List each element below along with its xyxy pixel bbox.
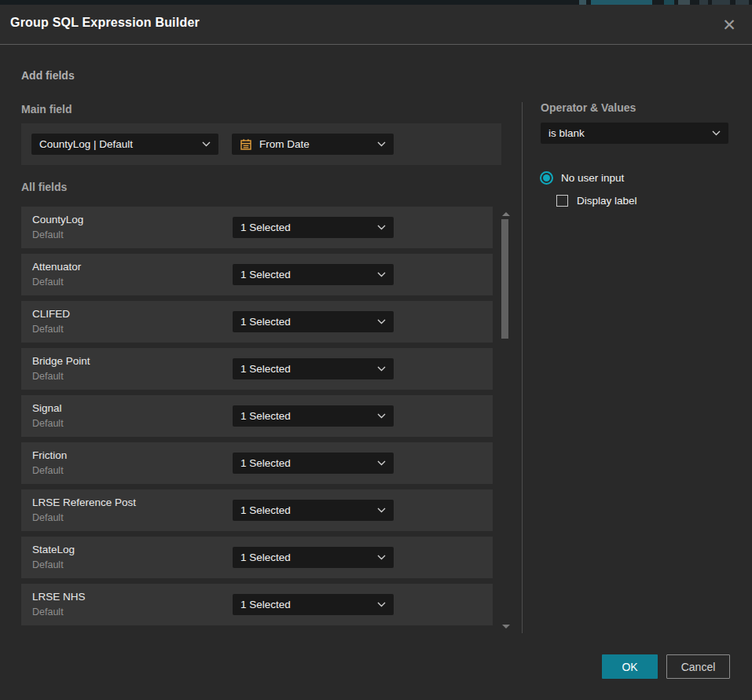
- panel-divider: [522, 102, 523, 633]
- field-selected-dropdown[interactable]: 1 Selected: [233, 405, 394, 427]
- field-selected-value: 1 Selected: [240, 269, 291, 280]
- chevron-down-icon: [377, 141, 386, 147]
- field-selected-value: 1 Selected: [240, 599, 291, 610]
- field-name: Signal: [32, 402, 62, 414]
- operator-select-dropdown[interactable]: is blank: [541, 123, 728, 144]
- field-selected-value: 1 Selected: [240, 504, 291, 516]
- scrollbar-down-icon[interactable]: [502, 625, 510, 629]
- no-user-input-label: No user input: [561, 172, 624, 184]
- group-sql-expression-builder-dialog: Group SQL Expression Builder ✕ Add field…: [0, 5, 752, 700]
- field-name: Attenuator: [32, 261, 81, 273]
- field-subtitle: Default: [32, 324, 64, 335]
- main-field-panel: CountyLog | Default From Date: [21, 123, 501, 165]
- dialog-title: Group SQL Expression Builder: [10, 16, 200, 30]
- chevron-down-icon: [377, 555, 386, 560]
- field-selected-dropdown[interactable]: 1 Selected: [233, 547, 394, 568]
- field-row: Friction Default 1 Selected: [21, 442, 493, 484]
- ok-button[interactable]: OK: [602, 654, 658, 679]
- field-subtitle: Default: [32, 559, 64, 570]
- field-name: LRSE Reference Post: [32, 497, 136, 508]
- field-row: LRSE NHS Default 1 Selected: [21, 584, 493, 625]
- field-selected-dropdown[interactable]: 1 Selected: [233, 594, 394, 615]
- field-name: CLIFED: [32, 308, 70, 320]
- chevron-down-icon: [712, 130, 721, 136]
- field-name: LRSE NHS: [32, 591, 86, 603]
- field-selected-dropdown[interactable]: 1 Selected: [233, 453, 394, 474]
- close-icon[interactable]: ✕: [717, 13, 741, 36]
- checkbox-unchecked-icon: [556, 195, 568, 207]
- field-subtitle: Default: [32, 229, 64, 240]
- field-row: CountyLog Default 1 Selected: [21, 207, 493, 248]
- calendar-date-icon: [240, 138, 252, 151]
- field-name: CountyLog: [32, 214, 83, 225]
- field-selected-dropdown[interactable]: 1 Selected: [233, 500, 394, 521]
- field-name: Bridge Point: [32, 355, 90, 367]
- all-fields-list: CountyLog Default 1 Selected Attenuator …: [21, 207, 493, 631]
- field-selected-value: 1 Selected: [240, 222, 291, 233]
- fields-list-scrollbar[interactable]: [500, 206, 512, 633]
- field-selected-value: 1 Selected: [240, 363, 291, 375]
- chevron-down-icon: [377, 413, 386, 419]
- chevron-down-icon: [377, 225, 386, 230]
- layer-select-value: CountyLog | Default: [39, 138, 133, 150]
- chevron-down-icon: [377, 602, 386, 607]
- chevron-down-icon: [377, 508, 386, 513]
- main-field-label: Main field: [21, 103, 72, 115]
- field-subtitle: Default: [32, 418, 64, 429]
- field-selected-dropdown[interactable]: 1 Selected: [233, 358, 394, 379]
- screen: Group SQL Expression Builder ✕ Add field…: [0, 0, 752, 700]
- field-row: Attenuator Default 1 Selected: [21, 254, 493, 295]
- display-label-checkbox[interactable]: Display label: [556, 195, 637, 207]
- field-row: StateLog Default 1 Selected: [21, 537, 493, 578]
- chevron-down-icon: [377, 460, 386, 466]
- field-row: Bridge Point Default 1 Selected: [21, 348, 493, 390]
- field-subtitle: Default: [32, 512, 64, 523]
- display-label-text: Display label: [577, 195, 637, 207]
- layer-select-dropdown[interactable]: CountyLog | Default: [31, 134, 218, 155]
- field-selected-value: 1 Selected: [240, 410, 291, 422]
- scrollbar-thumb[interactable]: [501, 219, 508, 339]
- chevron-down-icon: [377, 272, 386, 277]
- date-field-select-value: From Date: [259, 138, 310, 150]
- field-selected-value: 1 Selected: [240, 552, 291, 563]
- field-row: CLIFED Default 1 Selected: [21, 301, 493, 343]
- chevron-down-icon: [377, 319, 386, 324]
- field-subtitle: Default: [32, 277, 64, 288]
- cancel-button[interactable]: Cancel: [666, 654, 730, 679]
- field-selected-value: 1 Selected: [240, 316, 291, 328]
- chevron-down-icon: [377, 366, 386, 372]
- operator-select-value: is blank: [548, 127, 585, 139]
- field-subtitle: Default: [32, 465, 64, 476]
- field-subtitle: Default: [32, 371, 64, 382]
- dialog-header: Group SQL Expression Builder ✕: [0, 5, 752, 45]
- field-name: StateLog: [32, 544, 75, 555]
- field-selected-dropdown[interactable]: 1 Selected: [233, 311, 394, 332]
- field-selected-value: 1 Selected: [240, 457, 291, 469]
- field-name: Friction: [32, 449, 67, 461]
- field-selected-dropdown[interactable]: 1 Selected: [233, 264, 394, 285]
- field-row: LRSE Reference Post Default 1 Selected: [21, 489, 493, 531]
- date-field-select-dropdown[interactable]: From Date: [232, 134, 394, 155]
- field-row: Signal Default 1 Selected: [21, 395, 493, 437]
- add-fields-heading: Add fields: [21, 69, 75, 82]
- radio-selected-icon: [540, 171, 553, 185]
- field-selected-dropdown[interactable]: 1 Selected: [233, 217, 394, 238]
- all-fields-label: All fields: [21, 181, 67, 193]
- scrollbar-up-icon[interactable]: [502, 212, 510, 216]
- chevron-down-icon: [202, 141, 211, 147]
- field-subtitle: Default: [32, 607, 64, 618]
- operator-values-heading: Operator & Values: [541, 101, 636, 114]
- no-user-input-radio[interactable]: No user input: [540, 171, 624, 185]
